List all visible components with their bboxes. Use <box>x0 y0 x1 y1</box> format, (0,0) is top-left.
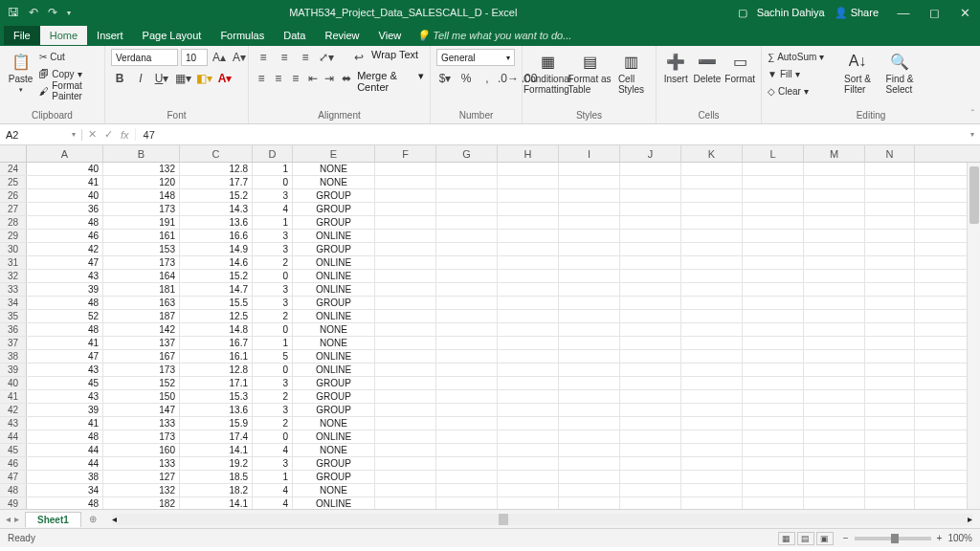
cell[interactable]: 45 <box>27 377 103 389</box>
row-header[interactable]: 32 <box>0 270 27 282</box>
zoom-level[interactable]: 100% <box>947 533 972 543</box>
cell[interactable] <box>375 270 436 282</box>
row-header[interactable]: 48 <box>0 484 27 496</box>
cell[interactable] <box>804 404 865 416</box>
cell[interactable] <box>743 297 804 309</box>
cell[interactable] <box>865 163 915 175</box>
cell[interactable]: 14.6 <box>180 256 253 269</box>
cell[interactable]: GROUP <box>293 457 375 470</box>
cell[interactable] <box>559 163 620 175</box>
cell[interactable] <box>681 377 743 389</box>
cell[interactable] <box>375 216 436 229</box>
increase-decimal-icon[interactable]: .0→ <box>500 70 517 87</box>
cell[interactable] <box>865 404 915 416</box>
cell[interactable] <box>620 484 681 496</box>
cell[interactable]: 15.2 <box>180 189 253 202</box>
cell[interactable] <box>559 350 620 363</box>
wrap-text-button[interactable]: ↩ <box>350 49 368 66</box>
cell[interactable] <box>436 497 498 509</box>
cell[interactable] <box>865 430 915 443</box>
cell[interactable] <box>436 377 498 389</box>
cell[interactable] <box>436 230 498 242</box>
cell[interactable]: 0 <box>253 364 293 376</box>
border-button[interactable]: ▦▾ <box>174 70 191 87</box>
cell[interactable]: 47 <box>27 256 103 269</box>
cell[interactable]: 38 <box>27 471 103 483</box>
cut-button[interactable]: ✂ Cut <box>39 49 99 64</box>
enter-fx-icon[interactable]: ✓ <box>104 128 113 141</box>
redo-icon[interactable]: ↷ <box>48 6 57 19</box>
cell[interactable] <box>559 256 620 269</box>
conditional-formatting-button[interactable]: ▦Conditional Formatting <box>528 49 567 95</box>
cell[interactable] <box>620 323 681 336</box>
tab-page-layout[interactable]: Page Layout <box>133 26 212 45</box>
cell[interactable] <box>498 283 559 296</box>
row-header[interactable]: 30 <box>0 243 27 255</box>
row-header[interactable]: 46 <box>0 457 27 470</box>
cell[interactable] <box>804 189 865 202</box>
cell[interactable] <box>559 417 620 430</box>
cell[interactable]: 14.1 <box>180 444 253 456</box>
cell[interactable]: 133 <box>103 417 180 430</box>
tab-view[interactable]: View <box>369 26 412 45</box>
cell[interactable] <box>865 323 915 336</box>
cell[interactable] <box>865 457 915 470</box>
cell[interactable]: 3 <box>253 377 293 389</box>
cell[interactable]: 19.2 <box>180 457 253 470</box>
cell[interactable] <box>436 444 498 456</box>
cell[interactable] <box>559 337 620 349</box>
cell[interactable]: NONE <box>293 163 375 175</box>
cell[interactable] <box>498 310 559 322</box>
clear-button[interactable]: ◇ Clear ▾ <box>768 83 835 99</box>
merge-center-button[interactable]: ⬌ <box>340 70 353 87</box>
cell[interactable]: 17.7 <box>180 176 253 188</box>
cell[interactable] <box>436 163 498 175</box>
cell[interactable]: ONLINE <box>293 283 375 296</box>
cell[interactable] <box>375 364 436 376</box>
row-header[interactable]: 44 <box>0 430 27 443</box>
cell[interactable] <box>375 283 436 296</box>
cell[interactable] <box>559 243 620 255</box>
col-header-C[interactable]: C <box>180 145 253 162</box>
cell[interactable] <box>436 430 498 443</box>
cell[interactable] <box>498 203 559 215</box>
cell[interactable]: 40 <box>27 163 103 175</box>
cell[interactable] <box>498 189 559 202</box>
cell[interactable] <box>865 230 915 242</box>
expand-formula-bar-icon[interactable]: ▾ <box>970 130 980 139</box>
vertical-scrollbar[interactable] <box>967 163 980 509</box>
cell[interactable]: 52 <box>27 310 103 322</box>
cell[interactable]: NONE <box>293 323 375 336</box>
cell[interactable] <box>620 230 681 242</box>
tab-scroll-right-icon[interactable]: ▸ <box>14 514 19 524</box>
cell[interactable] <box>498 216 559 229</box>
cell[interactable]: 17.4 <box>180 430 253 443</box>
cell[interactable]: ONLINE <box>293 256 375 269</box>
cell[interactable] <box>375 297 436 309</box>
cell[interactable]: 2 <box>253 310 293 322</box>
cell[interactable]: 16.7 <box>180 337 253 349</box>
cell[interactable] <box>436 350 498 363</box>
cell[interactable]: 41 <box>27 417 103 430</box>
cell[interactable]: 2 <box>253 256 293 269</box>
cell[interactable] <box>498 230 559 242</box>
cell[interactable]: NONE <box>293 484 375 496</box>
cell[interactable]: 3 <box>253 283 293 296</box>
cell[interactable]: 15.9 <box>180 417 253 430</box>
cell[interactable] <box>865 310 915 322</box>
cell[interactable]: 18.5 <box>180 471 253 483</box>
cell[interactable]: GROUP <box>293 243 375 255</box>
cell[interactable]: 12.8 <box>180 163 253 175</box>
cell[interactable] <box>681 243 743 255</box>
cell[interactable]: 167 <box>103 350 180 363</box>
cell[interactable] <box>804 203 865 215</box>
cell[interactable]: 142 <box>103 323 180 336</box>
cell[interactable]: 0 <box>253 176 293 188</box>
cell[interactable]: GROUP <box>293 297 375 309</box>
cell[interactable]: 4 <box>253 484 293 496</box>
cell[interactable] <box>804 270 865 282</box>
cell[interactable] <box>681 471 743 483</box>
cell[interactable] <box>865 176 915 188</box>
cell[interactable] <box>804 377 865 389</box>
cell[interactable] <box>743 176 804 188</box>
